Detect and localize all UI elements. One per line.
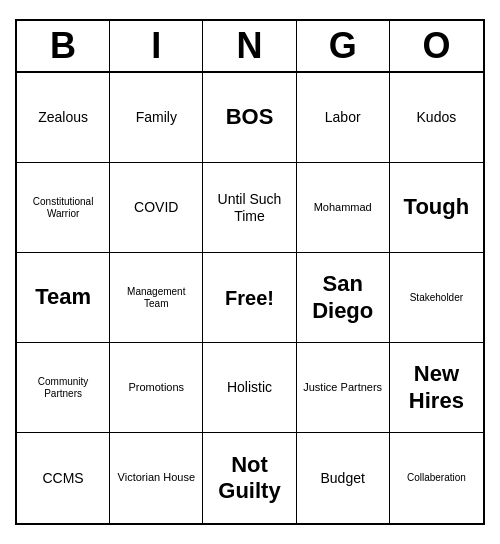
cell-text: Budget [321,470,365,487]
cell-text: Team [35,284,91,310]
bingo-cell: CCMS [17,433,110,523]
bingo-cell: Constitutional Warrior [17,163,110,253]
bingo-cell: Holistic [203,343,296,433]
bingo-cell: Promotions [110,343,203,433]
cell-text: Family [136,109,177,126]
bingo-cell: Not Guilty [203,433,296,523]
bingo-cell: Kudos [390,73,483,163]
header-letter-N: N [203,21,296,71]
header-letter-I: I [110,21,203,71]
bingo-cell: Management Team [110,253,203,343]
bingo-cell: Justice Partners [297,343,390,433]
cell-text: Kudos [417,109,457,126]
cell-text: Free! [225,286,274,310]
cell-text: San Diego [301,271,385,324]
bingo-cell: New Hires [390,343,483,433]
bingo-cell: Budget [297,433,390,523]
bingo-grid: ZealousFamilyBOSLaborKudosConstitutional… [17,73,483,523]
bingo-header: BINGO [17,21,483,73]
header-letter-G: G [297,21,390,71]
bingo-card: BINGO ZealousFamilyBOSLaborKudosConstitu… [15,19,485,525]
cell-text: Justice Partners [303,381,382,394]
cell-text: Zealous [38,109,88,126]
cell-text: Collaberation [407,472,466,484]
cell-text: Holistic [227,379,272,396]
bingo-cell: BOS [203,73,296,163]
bingo-cell: Family [110,73,203,163]
cell-text: BOS [226,104,274,130]
cell-text: Tough [404,194,470,220]
bingo-cell: Stakeholder [390,253,483,343]
cell-text: Constitutional Warrior [21,196,105,220]
cell-text: Management Team [114,286,198,310]
bingo-cell: Until Such Time [203,163,296,253]
bingo-cell: Victorian House [110,433,203,523]
bingo-cell: Community Partners [17,343,110,433]
bingo-cell: San Diego [297,253,390,343]
cell-text: Stakeholder [410,292,463,304]
cell-text: Mohammad [314,201,372,214]
cell-text: Promotions [128,381,184,394]
bingo-cell: Team [17,253,110,343]
bingo-cell: COVID [110,163,203,253]
cell-text: Not Guilty [207,452,291,505]
cell-text: Labor [325,109,361,126]
bingo-cell: Mohammad [297,163,390,253]
bingo-cell: Tough [390,163,483,253]
cell-text: CCMS [42,470,83,487]
cell-text: Until Such Time [207,191,291,225]
cell-text: New Hires [394,361,479,414]
cell-text: Victorian House [118,471,195,484]
bingo-cell: Free! [203,253,296,343]
cell-text: COVID [134,199,178,216]
header-letter-B: B [17,21,110,71]
header-letter-O: O [390,21,483,71]
bingo-cell: Zealous [17,73,110,163]
cell-text: Community Partners [21,376,105,400]
bingo-cell: Collaberation [390,433,483,523]
bingo-cell: Labor [297,73,390,163]
